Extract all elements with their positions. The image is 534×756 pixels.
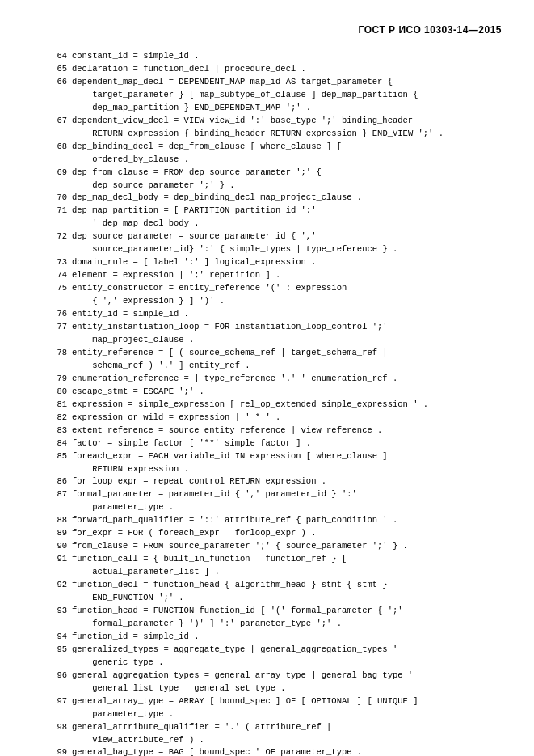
line-text: entity_id = simple_id .	[72, 308, 502, 321]
line-number: 93	[44, 605, 67, 631]
line-number: 74	[44, 269, 67, 282]
line-text: domain_rule = [ label ':' ] logical_expr…	[72, 256, 502, 269]
table-row: 78entity_reference = [ ( source_schema_r…	[44, 347, 502, 373]
table-row: 73domain_rule = [ label ':' ] logical_ex…	[44, 256, 502, 269]
line-number: 67	[44, 115, 67, 141]
line-number: 66	[44, 76, 67, 115]
table-row: 84factor = simple_factor [ '**' simple_f…	[44, 437, 502, 450]
line-text: function_head = FUNCTION function_id [ '…	[72, 605, 502, 631]
table-row: 81expression = simple_expression [ rel_o…	[44, 399, 502, 412]
line-number: 90	[44, 540, 67, 553]
table-row: 91function_call = { built_in_function fu…	[44, 553, 502, 579]
line-number: 73	[44, 256, 67, 269]
line-text: generalized_types = aggregate_type | gen…	[72, 644, 502, 669]
line-text: dep_binding_decl = dep_from_clause [ whe…	[72, 141, 502, 167]
table-row: 92function_decl = function_head { algori…	[44, 579, 502, 605]
line-text: foreach_expr = EACH variable_id IN expre…	[72, 450, 502, 476]
line-text: for_expr = FOR ( foreach_expr forloop_ex…	[72, 527, 502, 540]
line-text: entity_instantiation_loop = FOR instanti…	[72, 321, 502, 347]
table-row: 68dep_binding_decl = dep_from_clause [ w…	[44, 141, 502, 167]
line-text: factor = simple_factor [ '**' simple_fac…	[72, 437, 502, 450]
line-number: 65	[44, 63, 67, 76]
line-number: 76	[44, 308, 67, 321]
table-row: 64constant_id = simple_id .	[44, 50, 502, 63]
line-number: 97	[44, 695, 67, 721]
line-text: escape_stmt = ESCAPE ';' .	[72, 386, 502, 399]
line-text: dependent_map_decl = DEPENDENT_MAP map_i…	[72, 76, 502, 115]
line-number: 69	[44, 167, 67, 192]
line-number: 94	[44, 631, 67, 644]
line-text: function_decl = function_head { algorith…	[72, 579, 502, 605]
table-row: 71dep_map_partition = [ PARTITION partit…	[44, 205, 502, 230]
table-row: 72dep_source_parameter = source_paramete…	[44, 230, 502, 256]
table-row: 65declaration = function_decl | procedur…	[44, 63, 502, 76]
line-text: function_id = simple_id .	[72, 631, 502, 644]
table-row: 99general_bag_type = BAG [ bound_spec ' …	[44, 746, 502, 756]
content-area: 64constant_id = simple_id .65declaration…	[44, 50, 502, 756]
table-row: 97general_array_type = ARRAY [ bound_spe…	[44, 695, 502, 721]
line-number: 89	[44, 527, 67, 540]
line-text: general_attribute_qualifier = '.' ( attr…	[72, 721, 502, 747]
line-text: dep_source_parameter = source_parameter_…	[72, 230, 502, 256]
line-text: dependent_view_decl = VIEW view_id ':' b…	[72, 115, 502, 141]
table-row: 77entity_instantiation_loop = FOR instan…	[44, 321, 502, 347]
line-number: 84	[44, 437, 67, 450]
table-row: 74element = expression | ';' repetition …	[44, 269, 502, 282]
line-text: element = expression | ';' repetition ] …	[72, 269, 502, 282]
line-number: 88	[44, 514, 67, 527]
line-text: forward_path_qualifier = '::' attribute_…	[72, 514, 502, 527]
line-number: 92	[44, 579, 67, 605]
line-number: 98	[44, 721, 67, 747]
line-number: 72	[44, 230, 67, 256]
line-number: 70	[44, 192, 67, 205]
table-row: 94function_id = simple_id .	[44, 631, 502, 644]
table-row: 96general_aggregation_types = general_ar…	[44, 669, 502, 695]
line-text: dep_map_decl_body = dep_binding_decl map…	[72, 192, 502, 205]
line-text: dep_map_partition = [ PARTITION partitio…	[72, 205, 502, 230]
table-row: 98general_attribute_qualifier = '.' ( at…	[44, 721, 502, 747]
line-text: declaration = function_decl | procedure_…	[72, 63, 502, 76]
line-number: 83	[44, 424, 67, 437]
table-row: 88forward_path_qualifier = '::' attribut…	[44, 514, 502, 527]
line-text: function_call = { built_in_function func…	[72, 553, 502, 579]
table-row: 80escape_stmt = ESCAPE ';' .	[44, 386, 502, 399]
line-number: 82	[44, 412, 67, 424]
line-text: dep_from_clause = FROM dep_source_parame…	[72, 167, 502, 192]
line-text: formal_parameter = parameter_id { ',' pa…	[72, 488, 502, 514]
line-text: expression = simple_expression [ rel_op_…	[72, 399, 502, 412]
line-number: 81	[44, 399, 67, 412]
table-row: 66dependent_map_decl = DEPENDENT_MAP map…	[44, 76, 502, 115]
table-row: 75entity_constructor = entity_reference …	[44, 282, 502, 308]
line-number: 99	[44, 746, 67, 756]
line-number: 80	[44, 386, 67, 399]
line-number: 75	[44, 282, 67, 308]
table-row: 90from_clause = FROM source_parameter ';…	[44, 540, 502, 553]
page-header: ГОСТ Р ИСО 10303-14—2015	[44, 24, 502, 36]
line-text: general_bag_type = BAG [ bound_spec ' OF…	[72, 746, 502, 756]
table-row: 87formal_parameter = parameter_id { ',' …	[44, 488, 502, 514]
line-number: 85	[44, 450, 67, 476]
line-text: for_loop_expr = repeat_control RETURN ex…	[72, 475, 502, 488]
line-number: 79	[44, 373, 67, 386]
table-row: 89for_expr = FOR ( foreach_expr forloop_…	[44, 527, 502, 540]
line-text: general_array_type = ARRAY [ bound_spec …	[72, 695, 502, 721]
line-text: extent_reference = source_entity_referen…	[72, 424, 502, 437]
table-row: 70dep_map_decl_body = dep_binding_decl m…	[44, 192, 502, 205]
line-text: expression_or_wild = expression | ' * ' …	[72, 412, 502, 424]
table-row: 85foreach_expr = EACH variable_id IN exp…	[44, 450, 502, 476]
line-text: entity_reference = [ ( source_schema_ref…	[72, 347, 502, 373]
table-row: 83extent_reference = source_entity_refer…	[44, 424, 502, 437]
line-number: 68	[44, 141, 67, 167]
line-number: 87	[44, 488, 67, 514]
table-row: 69dep_from_clause = FROM dep_source_para…	[44, 167, 502, 192]
table-row: 82expression_or_wild = expression | ' * …	[44, 412, 502, 424]
line-text: from_clause = FROM source_parameter ';' …	[72, 540, 502, 553]
line-number: 64	[44, 50, 67, 63]
line-number: 78	[44, 347, 67, 373]
document-title: ГОСТ Р ИСО 10303-14—2015	[359, 24, 502, 36]
line-number: 95	[44, 644, 67, 669]
line-number: 71	[44, 205, 67, 230]
table-row: 79enumeration_reference = | type_referen…	[44, 373, 502, 386]
line-number: 96	[44, 669, 67, 695]
table-row: 86for_loop_expr = repeat_control RETURN …	[44, 475, 502, 488]
